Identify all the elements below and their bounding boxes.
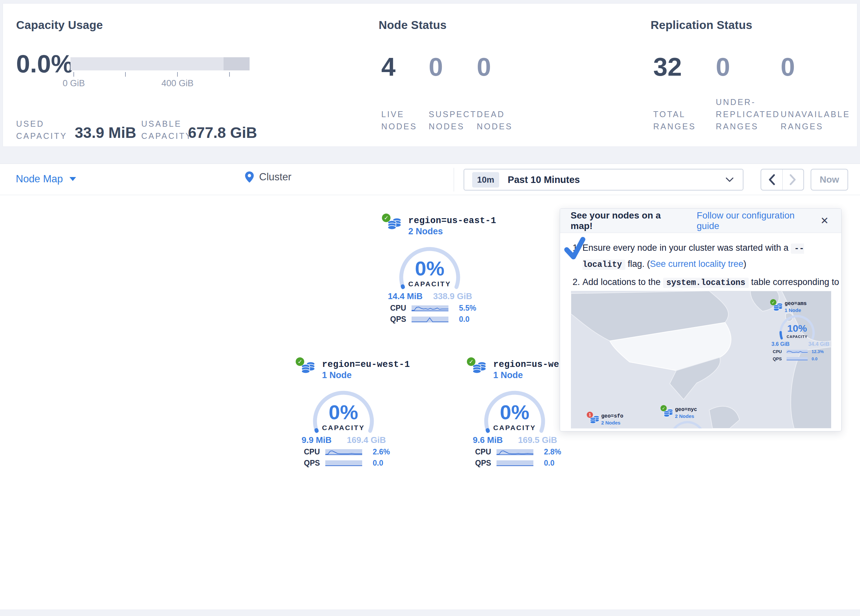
- locality-card-us-east-1: ✓ region=us-east-1 2 Nodes 0% CAPACITY 1…: [382, 212, 477, 326]
- mini-locality-nodes: 2 Nodes: [601, 420, 623, 426]
- suspect-nodes-stat: 0 SUSPECT NODES: [429, 19, 471, 133]
- axis-tick: [125, 72, 126, 77]
- qps-value: 0.0: [544, 459, 554, 468]
- under-replicated-label: UNDER- REPLICATED RANGES: [716, 96, 780, 133]
- healthy-badge-icon: ✓: [770, 299, 776, 306]
- gauge-capacity-label: CAPACITY: [479, 424, 551, 432]
- locality-nodes-link[interactable]: 1 Node: [493, 370, 523, 380]
- used-capacity: 9.9 MiB: [301, 435, 331, 445]
- time-range-badge: 10m: [472, 172, 499, 188]
- gauge-percent: 0%: [479, 402, 551, 423]
- usable-capacity-value: 677.8 GiB: [188, 124, 257, 141]
- dead-nodes-stat: 0 DEAD NODES: [477, 19, 519, 133]
- mini-locality-name: geo=ams: [785, 301, 807, 307]
- mini-locality-geo-ams: ✓ geo=ams 1 Node 10% CAPACITY 3.6 GiB: [770, 299, 831, 365]
- total-capacity: 169.5 GiB: [518, 435, 557, 445]
- used-capacity: 9.6 MiB: [473, 435, 503, 445]
- under-replicated-stat: 0 UNDER- REPLICATED RANGES: [716, 19, 775, 133]
- unavailable-ranges-label: UNAVAILABLE RANGES: [781, 108, 850, 133]
- capacity-bar-used-segment: [224, 57, 250, 71]
- mini-total-capacity: 34.4 GiB: [808, 341, 829, 347]
- unavailable-ranges-value: 0: [781, 54, 795, 80]
- mini-locality-nodes: 2 Nodes: [675, 413, 697, 420]
- mini-gauge-capacity-label: CAPACITY: [778, 335, 816, 339]
- cpu-value: 5.5%: [459, 304, 476, 313]
- blue-check-icon: [563, 237, 589, 261]
- locality-nodes-link[interactable]: 1 Node: [322, 370, 352, 380]
- qps-value: 0.0: [373, 459, 383, 468]
- used-capacity: 14.4 MiB: [388, 291, 423, 301]
- time-step-forward-button[interactable]: [782, 169, 804, 190]
- qps-value: 0.0: [459, 315, 469, 324]
- capacity-usage-section: Capacity Usage 0.0% 0 GiB 400 GiB USED C…: [16, 19, 365, 31]
- warning-badge-icon: 1: [587, 412, 593, 418]
- used-capacity-label: USED CAPACITY: [16, 118, 67, 142]
- locality-tree-link[interactable]: See current locality tree: [650, 259, 744, 269]
- cpu-value: 2.6%: [373, 448, 390, 456]
- cpu-sparkline: [411, 306, 449, 311]
- cpu-label: CPU: [475, 448, 496, 456]
- mini-gauge-percent: 10%: [778, 323, 816, 333]
- configuration-guide-link[interactable]: Follow our configuration guide: [697, 210, 819, 231]
- healthy-badge-icon: ✓: [661, 405, 667, 411]
- suspect-nodes-value: 0: [429, 54, 443, 80]
- total-ranges-label: TOTAL RANGES: [653, 108, 696, 133]
- locality-nodes-link[interactable]: 2 Nodes: [408, 226, 443, 237]
- dead-nodes-label: DEAD NODES: [477, 108, 513, 133]
- time-step-buttons: [761, 169, 804, 191]
- total-capacity: 338.9 GiB: [433, 291, 472, 301]
- replication-status-section: Replication Status 32 TOTAL RANGES 0 UND…: [651, 19, 848, 31]
- cpu-sparkline: [786, 350, 808, 353]
- map-pin-icon: [245, 171, 254, 183]
- capacity-usage-title: Capacity Usage: [16, 19, 365, 31]
- total-ranges-stat: 32 TOTAL RANGES: [653, 19, 711, 133]
- capacity-percent: 0.0%: [16, 51, 73, 76]
- time-range-selector[interactable]: 10m Past 10 Minutes: [464, 169, 744, 191]
- mini-capacity-gauge: 6% CAPACITY: [669, 420, 706, 428]
- under-replicated-value: 0: [716, 54, 730, 80]
- locality-card-eu-west-1: ✓ region=eu-west-1 1 Node 0% CAPACITY 9.…: [296, 356, 391, 470]
- now-button[interactable]: Now: [811, 169, 848, 191]
- mini-locality-name: geo=nyc: [675, 406, 697, 413]
- unavailable-ranges-stat: 0 UNAVAILABLE RANGES: [781, 19, 846, 133]
- view-selector-label: Node Map: [16, 173, 63, 185]
- axis-tick: [229, 72, 230, 77]
- healthy-badge-icon: ✓: [467, 357, 476, 366]
- step-locality-flag: Ensure every node in your cluster was st…: [582, 240, 843, 273]
- axis-label-400: 400 GiB: [151, 78, 204, 89]
- popup-title: See your nodes on a map!: [571, 210, 684, 231]
- gauge-percent: 0%: [307, 402, 380, 423]
- live-nodes-label: LIVE NODES: [381, 108, 417, 133]
- total-capacity: 169.4 GiB: [347, 435, 386, 445]
- node-map-canvas: ✓ region=us-east-1 2 Nodes 0% CAPACITY 1…: [0, 195, 860, 610]
- mini-locality-geo-nyc: ✓ geo=nyc 2 Nodes 6% CAPACITY 3.7 GiB: [661, 405, 722, 428]
- time-step-back-button[interactable]: [761, 169, 782, 190]
- gauge-percent: 0%: [394, 258, 466, 279]
- breadcrumb-cluster[interactable]: Cluster: [245, 171, 291, 183]
- qps-value: 0.0: [811, 356, 818, 361]
- mini-capacity-gauge: 9% CAPACITY: [595, 426, 633, 428]
- mini-locality-name: geo=sfo: [601, 413, 623, 420]
- view-selector-node-map[interactable]: Node Map: [16, 173, 76, 185]
- node-map-config-popup: See your nodes on a map! Follow our conf…: [560, 208, 841, 431]
- mini-locality-geo-sfo: 1 geo=sfo 2 Nodes 9% CAPACITY 3.2 GiB: [587, 412, 648, 428]
- mini-locality-nodes: 1 Node: [785, 307, 807, 313]
- gauge-capacity-label: CAPACITY: [394, 280, 466, 288]
- axis-label-0: 0 GiB: [47, 78, 100, 89]
- chevron-down-icon: [726, 177, 734, 182]
- close-icon[interactable]: ✕: [819, 216, 831, 226]
- chevron-right-icon: [789, 174, 796, 185]
- mini-used-capacity: 3.6 GiB: [771, 341, 789, 347]
- qps-label: QPS: [475, 459, 496, 468]
- cpu-value: 2.8%: [544, 448, 561, 456]
- qps-sparkline: [325, 460, 362, 466]
- cpu-label: CPU: [304, 448, 325, 456]
- cpu-sparkline: [496, 449, 534, 455]
- qps-sparkline: [786, 357, 808, 361]
- node-status-section: Node Status 4 LIVE NODES 0 SUSPECT NODES…: [379, 19, 629, 31]
- gauge-capacity-label: CAPACITY: [307, 424, 380, 432]
- axis-tick: [177, 72, 178, 77]
- qps-sparkline: [496, 460, 534, 466]
- cpu-label: CPU: [773, 349, 786, 354]
- locality-name: region=eu-west-1: [322, 359, 410, 370]
